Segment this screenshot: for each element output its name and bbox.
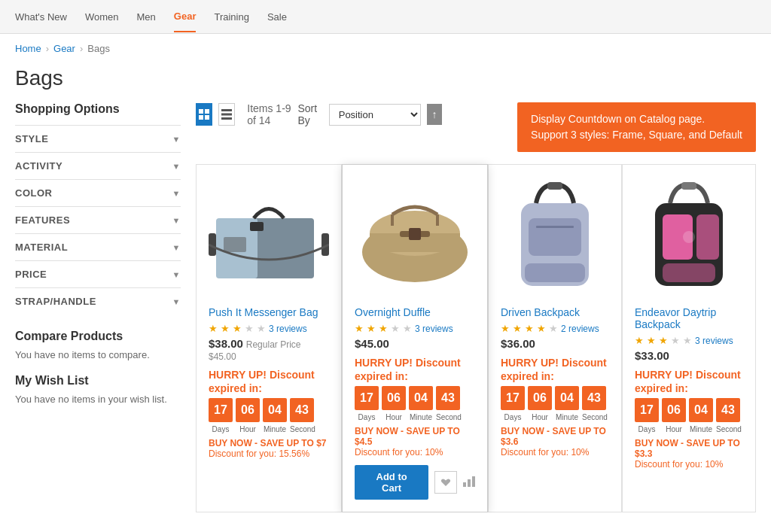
filter-activity[interactable]: ACTIVITY▼: [15, 152, 181, 179]
price-current: $45.00: [355, 337, 389, 350]
product-name-link[interactable]: Endeavor Daytrip Backpack: [635, 306, 743, 330]
filter-features[interactable]: FEATURES▼: [15, 206, 181, 233]
product-name-link[interactable]: Driven Backpack: [501, 306, 609, 318]
product-stars: ★★★★★ 3 reviews: [209, 323, 329, 334]
product-name-link[interactable]: Overnight Duffle: [355, 306, 475, 318]
countdown-minutes: 04: [409, 386, 433, 410]
grid-view-button[interactable]: [196, 103, 212, 126]
filter-style[interactable]: STYLE▼: [15, 125, 181, 152]
add-to-wishlist-button[interactable]: [434, 471, 457, 494]
svg-rect-23: [529, 218, 581, 256]
wishlist-section: My Wish List You have no items in your w…: [15, 374, 181, 405]
bag-image: [644, 181, 734, 293]
countdown: 17 06 04 43: [501, 386, 609, 410]
top-navigation: What's New Women Men Gear Training Sale: [0, 0, 771, 34]
svg-rect-11: [224, 237, 246, 252]
breadcrumb-gear[interactable]: Gear: [53, 43, 75, 54]
toolbar-left: Items 1-9 of 14: [196, 102, 297, 126]
reviews-link[interactable]: 3 reviews: [269, 324, 307, 334]
countdown-labels: Days Hour Minute Second: [501, 413, 609, 421]
minute-label: Minute: [409, 413, 433, 421]
countdown-minutes: 04: [689, 398, 713, 422]
svg-rect-25: [547, 182, 562, 190]
chevron-down-icon: ▼: [172, 297, 181, 306]
svg-rect-9: [258, 218, 314, 278]
svg-rect-3: [205, 115, 209, 120]
second-label: Second: [436, 413, 460, 421]
minute-label: Minute: [555, 413, 579, 421]
filter-material[interactable]: MATERIAL▼: [15, 233, 181, 260]
promo-banner: Display Countdown on Catalog page. Suppo…: [517, 102, 756, 152]
price-row: $33.00: [635, 349, 743, 362]
nav-sale[interactable]: Sale: [267, 2, 287, 32]
second-label: Second: [582, 413, 606, 421]
star-filled: ★: [221, 323, 230, 334]
filter-strap-handle[interactable]: STRAP/HANDLE▼: [15, 287, 181, 315]
nav-training[interactable]: Training: [214, 2, 248, 32]
sort-direction-button[interactable]: ↑: [427, 104, 442, 125]
reviews-link[interactable]: 3 reviews: [415, 324, 453, 334]
filter-price[interactable]: PRICE▼: [15, 260, 181, 287]
chevron-down-icon: ▼: [172, 216, 181, 225]
countdown-seconds: 43: [436, 386, 460, 410]
buy-now-text: BUY NOW - SAVE UP TO $3.6: [501, 426, 609, 447]
sidebar: Shopping Options STYLE▼ACTIVITY▼COLOR▼FE…: [15, 102, 181, 512]
price-row: $38.00 Regular Price $45.00: [209, 337, 329, 362]
reviews-link[interactable]: 3 reviews: [695, 336, 733, 346]
buy-now-text: BUY NOW - SAVE UP TO $7: [209, 438, 329, 448]
discount-label: HURRY UP! Discount expired in:: [209, 368, 329, 395]
svg-rect-31: [681, 182, 696, 190]
heart-icon: [440, 477, 451, 488]
shopping-options-title: Shopping Options: [15, 102, 181, 116]
days-label: Days: [209, 425, 233, 433]
nav-whats-new[interactable]: What's New: [15, 2, 67, 32]
breadcrumb-home[interactable]: Home: [15, 43, 41, 54]
product-stars: ★★★★★ 2 reviews: [501, 323, 609, 334]
product-name-link[interactable]: Push It Messenger Bag: [209, 306, 329, 318]
star-empty: ★: [683, 335, 692, 346]
list-view-button[interactable]: [218, 103, 235, 126]
countdown-hours: 06: [662, 398, 686, 422]
price-current: $38.00: [209, 337, 243, 350]
nav-gear[interactable]: Gear: [174, 2, 197, 32]
countdown-days: 17: [501, 386, 525, 410]
chevron-down-icon: ▼: [172, 189, 181, 198]
countdown-minutes: 04: [555, 386, 579, 410]
product-card: Overnight Duffle ★★★★★ 3 reviews $45.00 …: [342, 164, 488, 512]
product-card: Driven Backpack ★★★★★ 2 reviews $36.00 H…: [488, 164, 622, 512]
svg-rect-6: [221, 117, 232, 120]
promo-line2: Support 3 styles: Frame, Square, and Def…: [531, 129, 742, 141]
countdown-hours: 06: [528, 386, 552, 410]
countdown-seconds: 43: [582, 386, 606, 410]
countdown: 17 06 04 43: [209, 398, 329, 422]
wishlist-empty: You have no items in your wish list.: [15, 394, 181, 405]
filter-color[interactable]: COLOR▼: [15, 179, 181, 206]
reviews-link[interactable]: 2 reviews: [561, 324, 599, 334]
compare-button[interactable]: [463, 476, 475, 489]
product-image: [209, 177, 329, 297]
sort-select[interactable]: PositionProduct NamePrice: [329, 104, 421, 126]
nav-men[interactable]: Men: [137, 2, 156, 32]
countdown-days: 17: [355, 386, 379, 410]
hour-label: Hour: [236, 425, 260, 433]
sort-label: Sort By: [297, 102, 322, 126]
breadcrumb-sep1: ›: [46, 43, 49, 54]
chevron-down-icon: ▼: [172, 270, 181, 279]
product-image: [635, 177, 743, 297]
star-filled: ★: [513, 323, 522, 334]
svg-rect-10: [250, 222, 264, 231]
price-row: $45.00: [355, 337, 475, 350]
countdown: 17 06 04 43: [635, 398, 743, 422]
days-label: Days: [501, 413, 525, 421]
bag-image: [209, 192, 329, 282]
star-empty: ★: [671, 335, 680, 346]
star-empty: ★: [549, 323, 558, 334]
svg-rect-29: [696, 214, 719, 260]
svg-rect-2: [199, 115, 203, 120]
star-filled: ★: [379, 323, 388, 334]
days-label: Days: [355, 413, 379, 421]
nav-women[interactable]: Women: [85, 2, 119, 32]
add-to-cart-button[interactable]: Add to Cart: [355, 465, 428, 500]
star-filled: ★: [647, 335, 656, 346]
discount-for-you: Discount for you: 10%: [635, 459, 743, 470]
